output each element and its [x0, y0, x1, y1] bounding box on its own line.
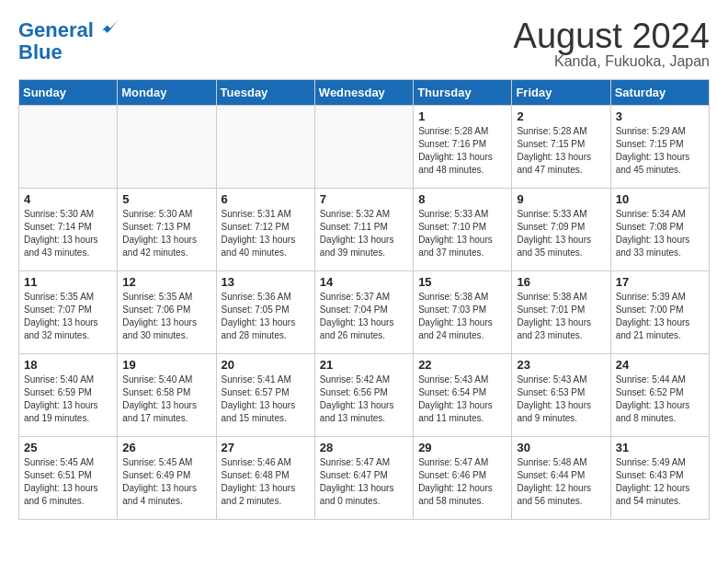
day-info: Sunrise: 5:43 AM Sunset: 6:54 PM Dayligh… [418, 373, 506, 425]
calendar-cell: 9Sunrise: 5:33 AM Sunset: 7:09 PM Daylig… [512, 189, 610, 271]
day-number: 30 [517, 441, 605, 454]
calendar-week-row: 25Sunrise: 5:45 AM Sunset: 6:51 PM Dayli… [19, 437, 710, 520]
day-number: 12 [122, 275, 210, 289]
day-info: Sunrise: 5:40 AM Sunset: 6:59 PM Dayligh… [24, 373, 112, 425]
calendar-cell [314, 106, 413, 189]
calendar-cell: 16Sunrise: 5:38 AM Sunset: 7:01 PM Dayli… [512, 271, 610, 354]
day-number: 25 [24, 441, 112, 454]
day-info: Sunrise: 5:28 AM Sunset: 7:15 PM Dayligh… [517, 125, 605, 177]
day-number: 14 [320, 275, 408, 289]
day-number: 11 [24, 275, 112, 289]
day-number: 24 [616, 358, 704, 372]
calendar-cell: 31Sunrise: 5:49 AM Sunset: 6:43 PM Dayli… [610, 437, 709, 520]
weekday-header: Friday [512, 80, 610, 106]
logo-text: General [18, 18, 119, 41]
calendar-cell: 3Sunrise: 5:29 AM Sunset: 7:15 PM Daylig… [610, 106, 709, 189]
calendar-cell: 7Sunrise: 5:32 AM Sunset: 7:11 PM Daylig… [314, 189, 413, 271]
calendar-cell: 14Sunrise: 5:37 AM Sunset: 7:04 PM Dayli… [314, 271, 413, 354]
day-info: Sunrise: 5:42 AM Sunset: 6:56 PM Dayligh… [320, 373, 408, 425]
weekday-header: Tuesday [216, 80, 314, 106]
day-number: 7 [320, 192, 408, 206]
day-number: 15 [418, 275, 506, 289]
calendar-cell: 19Sunrise: 5:40 AM Sunset: 6:58 PM Dayli… [118, 354, 216, 437]
day-number: 28 [320, 441, 408, 454]
weekday-header: Saturday [610, 80, 709, 106]
day-number: 17 [616, 275, 704, 289]
day-info: Sunrise: 5:30 AM Sunset: 7:14 PM Dayligh… [24, 208, 112, 259]
calendar-cell: 18Sunrise: 5:40 AM Sunset: 6:59 PM Dayli… [19, 354, 118, 437]
day-info: Sunrise: 5:35 AM Sunset: 7:06 PM Dayligh… [122, 291, 210, 342]
day-number: 26 [122, 441, 210, 454]
calendar-cell: 21Sunrise: 5:42 AM Sunset: 6:56 PM Dayli… [314, 354, 413, 437]
calendar-cell: 13Sunrise: 5:36 AM Sunset: 7:05 PM Dayli… [216, 271, 314, 354]
day-number: 1 [418, 109, 506, 123]
day-number: 27 [222, 441, 310, 454]
day-number: 5 [122, 192, 210, 206]
calendar-cell: 4Sunrise: 5:30 AM Sunset: 7:14 PM Daylig… [19, 189, 118, 271]
calendar-cell: 29Sunrise: 5:47 AM Sunset: 6:46 PM Dayli… [414, 437, 512, 520]
day-info: Sunrise: 5:37 AM Sunset: 7:04 PM Dayligh… [320, 291, 408, 342]
calendar-cell: 28Sunrise: 5:47 AM Sunset: 6:47 PM Dayli… [314, 437, 413, 520]
weekday-header-row: SundayMondayTuesdayWednesdayThursdayFrid… [19, 80, 710, 106]
calendar-cell [118, 106, 216, 189]
weekday-header: Sunday [19, 80, 118, 106]
day-info: Sunrise: 5:40 AM Sunset: 6:58 PM Dayligh… [122, 373, 210, 425]
day-number: 3 [616, 109, 704, 123]
logo: General Blue [18, 18, 119, 63]
day-info: Sunrise: 5:46 AM Sunset: 6:48 PM Dayligh… [222, 456, 310, 508]
day-number: 29 [418, 441, 506, 454]
day-number: 8 [418, 192, 506, 206]
day-number: 4 [24, 192, 112, 206]
logo-bird-icon [101, 18, 119, 37]
day-info: Sunrise: 5:48 AM Sunset: 6:44 PM Dayligh… [517, 456, 605, 508]
calendar-cell: 12Sunrise: 5:35 AM Sunset: 7:06 PM Dayli… [118, 271, 216, 354]
day-number: 22 [418, 358, 506, 372]
day-info: Sunrise: 5:29 AM Sunset: 7:15 PM Dayligh… [616, 125, 704, 177]
day-number: 23 [517, 358, 605, 372]
day-info: Sunrise: 5:47 AM Sunset: 6:46 PM Dayligh… [418, 456, 506, 508]
day-number: 13 [222, 275, 310, 289]
day-info: Sunrise: 5:33 AM Sunset: 7:09 PM Dayligh… [517, 208, 605, 259]
calendar-cell: 23Sunrise: 5:43 AM Sunset: 6:53 PM Dayli… [512, 354, 610, 437]
day-number: 31 [616, 441, 704, 454]
day-number: 16 [517, 275, 605, 289]
day-info: Sunrise: 5:33 AM Sunset: 7:10 PM Dayligh… [418, 208, 506, 259]
calendar-cell [216, 106, 314, 189]
day-number: 6 [222, 192, 310, 206]
calendar-cell: 5Sunrise: 5:30 AM Sunset: 7:13 PM Daylig… [118, 189, 216, 271]
calendar-week-row: 11Sunrise: 5:35 AM Sunset: 7:07 PM Dayli… [19, 271, 710, 354]
day-number: 10 [616, 192, 704, 206]
calendar-cell: 25Sunrise: 5:45 AM Sunset: 6:51 PM Dayli… [19, 437, 118, 520]
calendar-cell: 30Sunrise: 5:48 AM Sunset: 6:44 PM Dayli… [512, 437, 610, 520]
title-area: August 2024 Kanda, Fukuoka, Japan [514, 18, 710, 70]
calendar-cell: 27Sunrise: 5:46 AM Sunset: 6:48 PM Dayli… [216, 437, 314, 520]
day-number: 9 [517, 192, 605, 206]
calendar-table: SundayMondayTuesdayWednesdayThursdayFrid… [18, 79, 710, 520]
calendar-cell: 24Sunrise: 5:44 AM Sunset: 6:52 PM Dayli… [610, 354, 709, 437]
day-info: Sunrise: 5:45 AM Sunset: 6:49 PM Dayligh… [122, 456, 210, 508]
calendar-cell: 17Sunrise: 5:39 AM Sunset: 7:00 PM Dayli… [610, 271, 709, 354]
day-info: Sunrise: 5:28 AM Sunset: 7:16 PM Dayligh… [418, 125, 506, 177]
calendar-cell: 20Sunrise: 5:41 AM Sunset: 6:57 PM Dayli… [216, 354, 314, 437]
page-header: General Blue August 2024 Kanda, Fukuoka,… [18, 18, 710, 70]
location: Kanda, Fukuoka, Japan [514, 53, 710, 70]
calendar-cell [19, 106, 118, 189]
day-info: Sunrise: 5:31 AM Sunset: 7:12 PM Dayligh… [222, 208, 310, 259]
day-info: Sunrise: 5:43 AM Sunset: 6:53 PM Dayligh… [517, 373, 605, 425]
weekday-header: Monday [118, 80, 216, 106]
day-number: 18 [24, 358, 112, 372]
day-info: Sunrise: 5:47 AM Sunset: 6:47 PM Dayligh… [320, 456, 408, 508]
calendar-cell: 6Sunrise: 5:31 AM Sunset: 7:12 PM Daylig… [216, 189, 314, 271]
month-title: August 2024 [514, 18, 710, 53]
day-info: Sunrise: 5:36 AM Sunset: 7:05 PM Dayligh… [222, 291, 310, 342]
day-info: Sunrise: 5:45 AM Sunset: 6:51 PM Dayligh… [24, 456, 112, 508]
day-info: Sunrise: 5:39 AM Sunset: 7:00 PM Dayligh… [616, 291, 704, 342]
logo-text-line2: Blue [18, 41, 119, 63]
day-info: Sunrise: 5:49 AM Sunset: 6:43 PM Dayligh… [616, 456, 704, 508]
calendar-cell: 2Sunrise: 5:28 AM Sunset: 7:15 PM Daylig… [512, 106, 610, 189]
calendar-week-row: 18Sunrise: 5:40 AM Sunset: 6:59 PM Dayli… [19, 354, 710, 437]
day-number: 2 [517, 109, 605, 123]
day-info: Sunrise: 5:41 AM Sunset: 6:57 PM Dayligh… [222, 373, 310, 425]
weekday-header: Wednesday [314, 80, 413, 106]
day-info: Sunrise: 5:32 AM Sunset: 7:11 PM Dayligh… [320, 208, 408, 259]
